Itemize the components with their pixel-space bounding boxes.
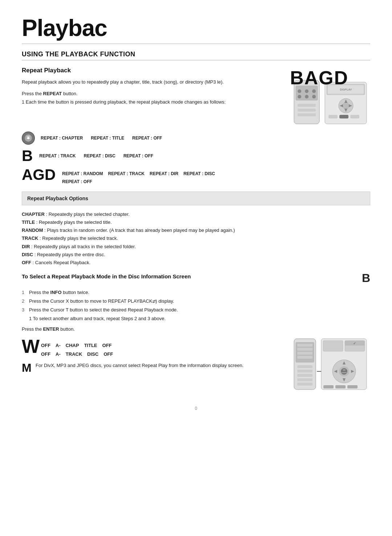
step-2: 2 Press the Cursor X button to move to R…	[22, 297, 370, 305]
dvd-repeat-off: REPEAT : OFF	[132, 136, 162, 141]
dvd-repeat-chapter: REPEAT : CHAPTER	[41, 136, 83, 141]
description-text: Repeat playback allows you to repeatedly…	[22, 78, 283, 86]
svg-rect-31	[297, 344, 313, 347]
svg-point-2	[298, 89, 301, 93]
b-repeat-row: B REPEAT : TRACK REPEAT : DISC REPEAT : …	[22, 148, 370, 164]
w-row2: OFF A- TRACK DISC OFF	[41, 350, 113, 358]
svg-rect-34	[297, 356, 313, 359]
options-title: Repeat Playback Options	[27, 196, 365, 201]
w-display-section: W OFF A- CHAP TITLE OFF OFF A- TRACK DIS…	[22, 337, 370, 391]
press-repeat-text: Press the REPEAT button.	[22, 90, 283, 97]
svg-rect-8	[298, 104, 316, 107]
svg-point-5	[298, 95, 301, 98]
b-label-right: B	[362, 273, 370, 285]
dvd-modes: REPEAT : CHAPTER REPEAT : TITLE REPEAT :…	[41, 136, 162, 141]
m-note: M For DivX, MP3 and JPEG discs, you cann…	[22, 362, 283, 374]
m-note-text: For DivX, MP3 and JPEG discs, you cannot…	[36, 362, 244, 374]
press-enter-text: Press the ENTER button.	[22, 326, 370, 332]
bagd-label: BAGD	[290, 67, 348, 89]
agd-letter: AGD	[22, 167, 56, 182]
option-chapter: CHAPTER : Repeatedly plays the selected …	[22, 210, 370, 218]
svg-rect-33	[297, 352, 313, 355]
svg-point-7	[312, 95, 316, 98]
svg-rect-10	[298, 113, 316, 116]
repeat-options-box: Repeat Playback Options	[22, 192, 370, 205]
repeat-bold: REPEAT	[43, 91, 62, 96]
svg-text:VIDEO: VIDEO	[26, 138, 30, 139]
svg-rect-9	[298, 109, 316, 112]
svg-text:✓: ✓	[353, 341, 356, 345]
b-letter: B	[22, 148, 33, 164]
agd-modes-line2: REPEAT : OFF	[62, 178, 215, 186]
options-list: CHAPTER : Repeatedly plays the selected …	[22, 210, 370, 267]
svg-rect-38	[297, 378, 313, 381]
m-letter: M	[22, 362, 33, 374]
page-title: Playbac	[22, 15, 370, 44]
select-section-title: To Select a Repeat Playback Mode in the …	[22, 273, 370, 279]
remote-image-2: ✓ CD ENTER	[290, 337, 370, 391]
svg-rect-35	[297, 365, 313, 368]
dvd-repeat-title: REPEAT : TITLE	[91, 136, 124, 141]
agd-repeat-random: REPEAT : RANDOM	[62, 170, 103, 178]
steps-list: 1 Press the INFO button twice. 2 Press t…	[22, 289, 370, 323]
b-repeat-disc: REPEAT : DISC	[84, 153, 115, 158]
agd-repeat-row: AGD REPEAT : RANDOM REPEAT : TRACK REPEA…	[22, 167, 370, 186]
agd-modes-line1: REPEAT : RANDOM REPEAT : TRACK REPEAT : …	[62, 170, 215, 178]
agd-repeat-track: REPEAT : TRACK	[108, 170, 144, 178]
svg-text:DVD: DVD	[27, 136, 30, 137]
page-number: 0	[22, 406, 370, 411]
svg-point-4	[312, 89, 316, 93]
option-track: TRACK : Repeatedly plays the selected tr…	[22, 234, 370, 242]
step-3: 3 Press the Cursor T button to select th…	[22, 306, 370, 314]
svg-text:ENTER: ENTER	[342, 372, 347, 374]
b-repeat-track: REPEAT : TRACK	[39, 153, 75, 158]
w-row1: OFF A- CHAP TITLE OFF	[41, 341, 113, 350]
svg-text:CD: CD	[343, 369, 346, 371]
b-modes: REPEAT : TRACK REPEAT : DISC REPEAT : OF…	[39, 153, 153, 158]
step-1: 1 Press the INFO button twice.	[22, 289, 370, 297]
svg-rect-41	[323, 340, 343, 351]
dvd-icon: DVD VIDEO	[22, 132, 35, 145]
svg-point-3	[305, 89, 309, 93]
option-title: TITLE : Repeatedly plays the selected ti…	[22, 218, 370, 226]
svg-rect-37	[297, 374, 313, 377]
agd-repeat-disc: REPEAT : DISC	[183, 170, 215, 178]
w-letter: W	[22, 337, 40, 356]
option-dir: DIR : Repeatedly plays all tracks in the…	[22, 243, 370, 251]
svg-rect-22	[339, 115, 348, 118]
select-section-header: B To Select a Repeat Playback Mode in th…	[22, 273, 370, 285]
svg-point-16	[342, 102, 350, 109]
svg-rect-32	[297, 348, 313, 351]
svg-rect-21	[328, 115, 338, 118]
svg-rect-55	[335, 385, 346, 388]
svg-rect-39	[297, 383, 313, 386]
svg-rect-36	[297, 370, 313, 372]
dvd-repeat-row: DVD VIDEO REPEAT : CHAPTER REPEAT : TITL…	[22, 132, 370, 145]
section-title: USING THE PLAYBACK FUNCTION	[22, 51, 370, 60]
step-sub: 1 To select another album and track, rep…	[22, 315, 370, 323]
option-off: OFF : Cancels Repeat Playback.	[22, 259, 370, 267]
each-time-text: 1 Each time the button is pressed during…	[22, 98, 283, 106]
svg-rect-23	[350, 115, 359, 118]
svg-rect-56	[347, 385, 358, 388]
b-repeat-off: REPEAT : OFF	[123, 153, 153, 158]
agd-repeat-off: REPEAT : OFF	[62, 178, 92, 186]
svg-point-6	[305, 95, 309, 98]
agd-repeat-dir: REPEAT : DIR	[150, 170, 178, 178]
option-random: RANDOM : Plays tracks in random order. (…	[22, 226, 370, 234]
svg-rect-54	[323, 385, 334, 388]
option-disc: DISC : Repeatedly plays the entire disc.	[22, 251, 370, 259]
